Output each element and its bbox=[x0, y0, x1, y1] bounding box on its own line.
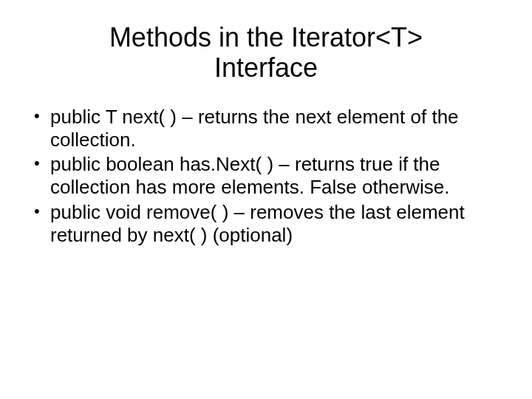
slide-body: public T next( ) – returns the next elem… bbox=[30, 106, 502, 247]
list-item: public boolean has.Next( ) – returns tru… bbox=[30, 153, 502, 199]
slide-title: Methods in the Iterator<T> Interface bbox=[59, 22, 473, 83]
list-item: public void remove( ) – removes the last… bbox=[30, 201, 502, 247]
slide: Methods in the Iterator<T> Interface pub… bbox=[0, 0, 532, 399]
list-item: public T next( ) – returns the next elem… bbox=[30, 106, 502, 151]
bullet-list: public T next( ) – returns the next elem… bbox=[30, 106, 502, 247]
